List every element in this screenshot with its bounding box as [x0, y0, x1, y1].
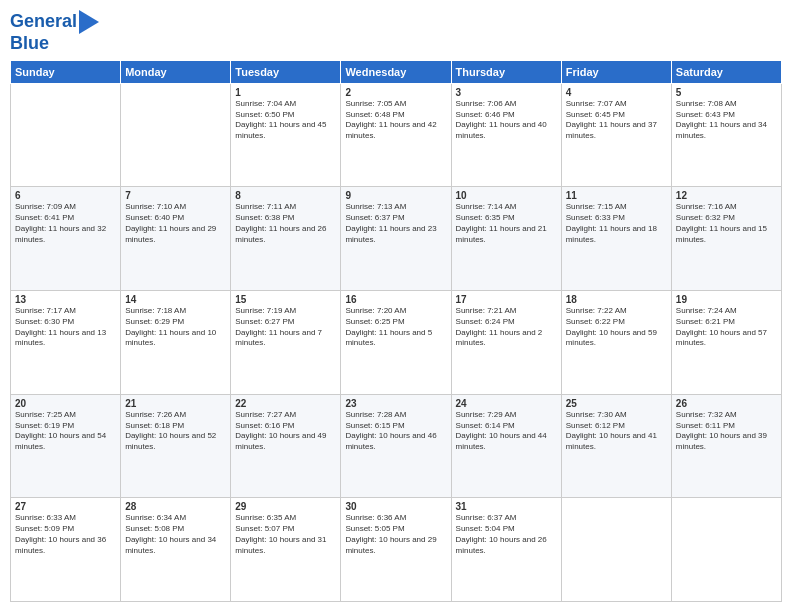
day-info: Sunrise: 7:30 AM Sunset: 6:12 PM Dayligh…: [566, 410, 667, 453]
day-number: 17: [456, 294, 557, 305]
day-number: 23: [345, 398, 446, 409]
day-number: 20: [15, 398, 116, 409]
logo-text: General Blue: [10, 10, 99, 54]
day-info: Sunrise: 7:05 AM Sunset: 6:48 PM Dayligh…: [345, 99, 446, 142]
day-info: Sunrise: 7:06 AM Sunset: 6:46 PM Dayligh…: [456, 99, 557, 142]
day-cell: 14Sunrise: 7:18 AM Sunset: 6:29 PM Dayli…: [121, 291, 231, 395]
day-info: Sunrise: 6:36 AM Sunset: 5:05 PM Dayligh…: [345, 513, 446, 556]
day-number: 14: [125, 294, 226, 305]
day-cell: 2Sunrise: 7:05 AM Sunset: 6:48 PM Daylig…: [341, 83, 451, 187]
week-row-5: 27Sunrise: 6:33 AM Sunset: 5:09 PM Dayli…: [11, 498, 782, 602]
day-info: Sunrise: 7:10 AM Sunset: 6:40 PM Dayligh…: [125, 202, 226, 245]
day-info: Sunrise: 7:19 AM Sunset: 6:27 PM Dayligh…: [235, 306, 336, 349]
day-number: 15: [235, 294, 336, 305]
logo: General Blue: [10, 10, 99, 54]
day-cell: 21Sunrise: 7:26 AM Sunset: 6:18 PM Dayli…: [121, 394, 231, 498]
day-number: 22: [235, 398, 336, 409]
day-info: Sunrise: 7:11 AM Sunset: 6:38 PM Dayligh…: [235, 202, 336, 245]
calendar-table: SundayMondayTuesdayWednesdayThursdayFrid…: [10, 60, 782, 602]
day-info: Sunrise: 7:09 AM Sunset: 6:41 PM Dayligh…: [15, 202, 116, 245]
day-number: 3: [456, 87, 557, 98]
day-info: Sunrise: 6:34 AM Sunset: 5:08 PM Dayligh…: [125, 513, 226, 556]
day-cell: 28Sunrise: 6:34 AM Sunset: 5:08 PM Dayli…: [121, 498, 231, 602]
day-cell: [11, 83, 121, 187]
day-number: 18: [566, 294, 667, 305]
day-info: Sunrise: 7:28 AM Sunset: 6:15 PM Dayligh…: [345, 410, 446, 453]
day-info: Sunrise: 7:26 AM Sunset: 6:18 PM Dayligh…: [125, 410, 226, 453]
weekday-friday: Friday: [561, 60, 671, 83]
day-cell: 22Sunrise: 7:27 AM Sunset: 6:16 PM Dayli…: [231, 394, 341, 498]
day-info: Sunrise: 7:18 AM Sunset: 6:29 PM Dayligh…: [125, 306, 226, 349]
day-number: 13: [15, 294, 116, 305]
weekday-wednesday: Wednesday: [341, 60, 451, 83]
day-number: 24: [456, 398, 557, 409]
day-number: 6: [15, 190, 116, 201]
week-row-3: 13Sunrise: 7:17 AM Sunset: 6:30 PM Dayli…: [11, 291, 782, 395]
day-info: Sunrise: 7:21 AM Sunset: 6:24 PM Dayligh…: [456, 306, 557, 349]
day-number: 8: [235, 190, 336, 201]
day-info: Sunrise: 7:15 AM Sunset: 6:33 PM Dayligh…: [566, 202, 667, 245]
day-cell: 17Sunrise: 7:21 AM Sunset: 6:24 PM Dayli…: [451, 291, 561, 395]
day-info: Sunrise: 7:22 AM Sunset: 6:22 PM Dayligh…: [566, 306, 667, 349]
day-info: Sunrise: 6:35 AM Sunset: 5:07 PM Dayligh…: [235, 513, 336, 556]
day-cell: 3Sunrise: 7:06 AM Sunset: 6:46 PM Daylig…: [451, 83, 561, 187]
day-cell: 10Sunrise: 7:14 AM Sunset: 6:35 PM Dayli…: [451, 187, 561, 291]
day-number: 25: [566, 398, 667, 409]
day-info: Sunrise: 7:13 AM Sunset: 6:37 PM Dayligh…: [345, 202, 446, 245]
weekday-tuesday: Tuesday: [231, 60, 341, 83]
day-number: 26: [676, 398, 777, 409]
day-number: 2: [345, 87, 446, 98]
weekday-thursday: Thursday: [451, 60, 561, 83]
day-cell: 27Sunrise: 6:33 AM Sunset: 5:09 PM Dayli…: [11, 498, 121, 602]
day-cell: [121, 83, 231, 187]
day-info: Sunrise: 7:17 AM Sunset: 6:30 PM Dayligh…: [15, 306, 116, 349]
week-row-4: 20Sunrise: 7:25 AM Sunset: 6:19 PM Dayli…: [11, 394, 782, 498]
week-row-1: 1Sunrise: 7:04 AM Sunset: 6:50 PM Daylig…: [11, 83, 782, 187]
day-cell: 24Sunrise: 7:29 AM Sunset: 6:14 PM Dayli…: [451, 394, 561, 498]
day-number: 11: [566, 190, 667, 201]
day-cell: 7Sunrise: 7:10 AM Sunset: 6:40 PM Daylig…: [121, 187, 231, 291]
page: General Blue SundayMondayTuesdayWednesda…: [0, 0, 792, 612]
day-info: Sunrise: 7:29 AM Sunset: 6:14 PM Dayligh…: [456, 410, 557, 453]
day-info: Sunrise: 7:16 AM Sunset: 6:32 PM Dayligh…: [676, 202, 777, 245]
day-info: Sunrise: 7:07 AM Sunset: 6:45 PM Dayligh…: [566, 99, 667, 142]
day-cell: 11Sunrise: 7:15 AM Sunset: 6:33 PM Dayli…: [561, 187, 671, 291]
day-cell: 25Sunrise: 7:30 AM Sunset: 6:12 PM Dayli…: [561, 394, 671, 498]
day-cell: 29Sunrise: 6:35 AM Sunset: 5:07 PM Dayli…: [231, 498, 341, 602]
day-info: Sunrise: 7:20 AM Sunset: 6:25 PM Dayligh…: [345, 306, 446, 349]
day-number: 28: [125, 501, 226, 512]
day-number: 27: [15, 501, 116, 512]
day-number: 30: [345, 501, 446, 512]
day-number: 10: [456, 190, 557, 201]
day-cell: 23Sunrise: 7:28 AM Sunset: 6:15 PM Dayli…: [341, 394, 451, 498]
day-cell: 12Sunrise: 7:16 AM Sunset: 6:32 PM Dayli…: [671, 187, 781, 291]
day-cell: 15Sunrise: 7:19 AM Sunset: 6:27 PM Dayli…: [231, 291, 341, 395]
day-cell: [561, 498, 671, 602]
week-row-2: 6Sunrise: 7:09 AM Sunset: 6:41 PM Daylig…: [11, 187, 782, 291]
day-cell: 9Sunrise: 7:13 AM Sunset: 6:37 PM Daylig…: [341, 187, 451, 291]
day-cell: 30Sunrise: 6:36 AM Sunset: 5:05 PM Dayli…: [341, 498, 451, 602]
day-cell: 18Sunrise: 7:22 AM Sunset: 6:22 PM Dayli…: [561, 291, 671, 395]
day-info: Sunrise: 7:25 AM Sunset: 6:19 PM Dayligh…: [15, 410, 116, 453]
day-number: 7: [125, 190, 226, 201]
day-number: 4: [566, 87, 667, 98]
day-info: Sunrise: 7:04 AM Sunset: 6:50 PM Dayligh…: [235, 99, 336, 142]
day-info: Sunrise: 7:14 AM Sunset: 6:35 PM Dayligh…: [456, 202, 557, 245]
weekday-saturday: Saturday: [671, 60, 781, 83]
day-cell: 5Sunrise: 7:08 AM Sunset: 6:43 PM Daylig…: [671, 83, 781, 187]
day-number: 31: [456, 501, 557, 512]
day-number: 12: [676, 190, 777, 201]
day-number: 5: [676, 87, 777, 98]
day-cell: [671, 498, 781, 602]
day-cell: 20Sunrise: 7:25 AM Sunset: 6:19 PM Dayli…: [11, 394, 121, 498]
header: General Blue: [10, 10, 782, 54]
day-info: Sunrise: 7:24 AM Sunset: 6:21 PM Dayligh…: [676, 306, 777, 349]
day-number: 1: [235, 87, 336, 98]
day-info: Sunrise: 7:27 AM Sunset: 6:16 PM Dayligh…: [235, 410, 336, 453]
day-info: Sunrise: 6:33 AM Sunset: 5:09 PM Dayligh…: [15, 513, 116, 556]
day-number: 16: [345, 294, 446, 305]
day-number: 19: [676, 294, 777, 305]
day-cell: 31Sunrise: 6:37 AM Sunset: 5:04 PM Dayli…: [451, 498, 561, 602]
day-number: 21: [125, 398, 226, 409]
day-cell: 6Sunrise: 7:09 AM Sunset: 6:41 PM Daylig…: [11, 187, 121, 291]
